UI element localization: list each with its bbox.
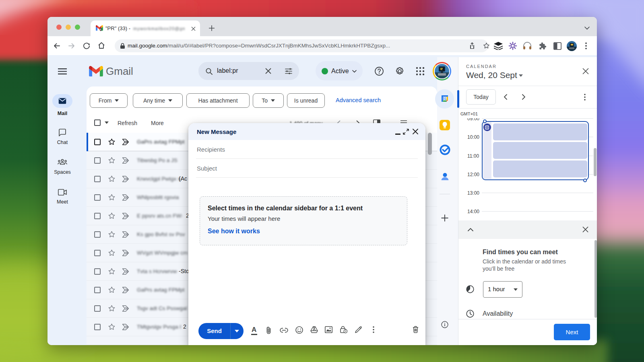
svg-text:31: 31	[443, 97, 447, 101]
